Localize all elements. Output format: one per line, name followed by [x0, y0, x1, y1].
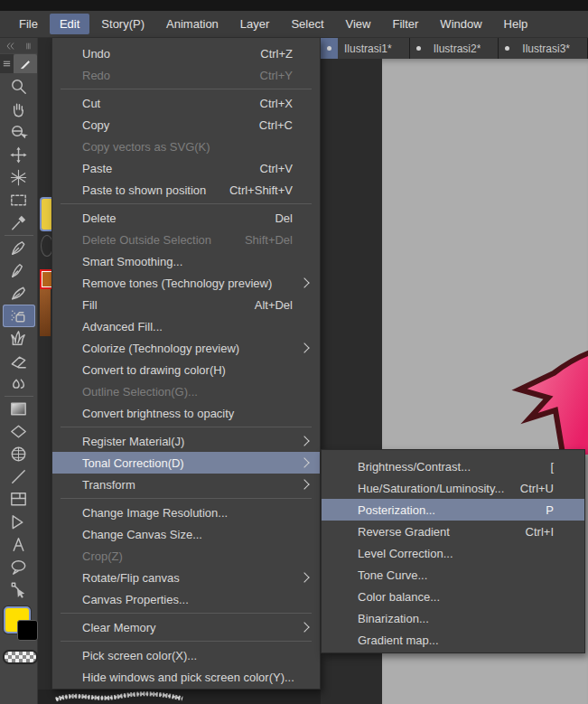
tool-object[interactable] [3, 578, 35, 601]
edit-menu-item-change-image-resolution[interactable]: Change Image Resolution... [52, 502, 320, 523]
menubar-item-window[interactable]: Window [430, 14, 491, 34]
sub-color-swatch[interactable] [17, 620, 38, 641]
menubar-item-animation[interactable]: Animation [156, 14, 229, 34]
menubar-item-select[interactable]: Select [281, 14, 333, 34]
panel-grip-icon[interactable] [23, 41, 33, 52]
menubar-item-filter[interactable]: Filter [382, 14, 428, 34]
document-tab-ilustrasi1[interactable]: Ilustrasi1* [321, 38, 410, 59]
tool-hand[interactable] [3, 99, 35, 121]
tab-label: Ilustrasi2* [427, 42, 481, 55]
tool-gradient[interactable] [3, 398, 35, 420]
edit-menu-item-undo[interactable]: UndoCtrl+Z [52, 42, 320, 64]
tool-frame-border[interactable] [3, 488, 35, 511]
tonal-submenu-item-binarization[interactable]: Binarization... [322, 607, 584, 629]
edit-menu-item-fill[interactable]: FillAlt+Del [52, 294, 320, 315]
tool-balloon[interactable] [3, 556, 35, 578]
figure-icon [8, 512, 29, 532]
decoration-icon [8, 328, 29, 349]
edit-menu-item-paste-to-shown-position[interactable]: Paste to shown positionCtrl+Shift+V [52, 179, 320, 201]
tool-zoom[interactable] [3, 76, 35, 99]
edit-menu-item-tonal-correction-d[interactable]: Tonal Correction(D) [52, 452, 320, 474]
tonal-submenu-item-level-correction[interactable]: Level Correction... [322, 542, 584, 564]
edit-menu-item-outline-selection-g: Outline Selection(G)... [52, 380, 320, 402]
tonal-submenu-item-color-balance[interactable]: Color balance... [322, 586, 584, 607]
tonal-submenu-item-tone-curve[interactable]: Tone Curve... [322, 564, 584, 586]
menu-item-shortcut: Ctrl+I [526, 525, 554, 539]
tool-blend[interactable] [3, 372, 35, 395]
edit-menu-item-rotate-flip-canvas[interactable]: Rotate/Flip canvas [52, 567, 320, 588]
background-panel [38, 690, 321, 704]
tool-tone[interactable] [3, 443, 35, 465]
tool-text[interactable] [3, 533, 35, 556]
frame-border-icon [8, 489, 29, 510]
menu-item-label: Redo [82, 69, 260, 82]
tool-eraser[interactable] [3, 350, 35, 372]
tone-icon [8, 444, 29, 465]
edit-menu-item-colorize-technology-preview[interactable]: Colorize (Technology preview) [52, 337, 320, 359]
edit-menu-item-canvas-properties[interactable]: Canvas Properties... [52, 588, 320, 610]
tool-brush[interactable] [3, 282, 35, 305]
menu-item-label: Tone Curve... [358, 568, 575, 582]
edit-menu-item-change-canvas-size[interactable]: Change Canvas Size... [52, 523, 320, 545]
menu-item-shortcut: Ctrl+C [259, 118, 293, 132]
edit-menu-item-convert-to-drawing-color-h[interactable]: Convert to drawing color(H) [52, 359, 320, 380]
edit-menu-item-cut[interactable]: CutCtrl+X [52, 92, 320, 114]
tool-figure[interactable] [3, 511, 35, 533]
edit-menu-item-delete[interactable]: DeleteDel [52, 207, 320, 229]
menubar-item-story-p[interactable]: Story(P) [91, 14, 154, 34]
tonal-submenu-item-posterization[interactable]: Posterization...P [322, 499, 584, 521]
tab-status-dot [499, 38, 516, 59]
edit-menu-item-register-material-j[interactable]: Register Material(J) [52, 430, 320, 452]
edit-menu-item-copy[interactable]: CopyCtrl+C [52, 114, 320, 136]
menu-item-label: Crop(Z) [82, 549, 311, 563]
edit-menu-item-paste[interactable]: PasteCtrl+V [52, 157, 320, 179]
tool-set-tab[interactable] [14, 54, 37, 73]
submenu-arrow-icon [299, 343, 309, 352]
transparent-color-swatch[interactable] [3, 650, 38, 664]
tool-palette-tabs [0, 54, 37, 73]
menubar-item-edit[interactable]: Edit [50, 14, 89, 34]
tool-marquee[interactable] [3, 189, 35, 211]
tool-menu-button[interactable] [0, 54, 14, 73]
menubar-item-help[interactable]: Help [494, 14, 538, 34]
document-tab-ilustrasi2[interactable]: Ilustrasi2* [410, 38, 499, 59]
edit-menu-item-convert-brightness-to-opacity[interactable]: Convert brightness to opacity [52, 402, 320, 424]
tool-airbrush[interactable] [3, 305, 35, 327]
gradient-icon [8, 399, 29, 419]
tonal-submenu-item-reverse-gradient[interactable]: Reverse GradientCtrl+I [322, 521, 584, 542]
tool-separator [5, 396, 33, 397]
collapse-chevrons-icon[interactable] [5, 41, 16, 52]
menu-item-label: Clear Memory [82, 621, 301, 634]
tonal-submenu-item-brightness-contrast[interactable]: Brightness/Contrast...[ [322, 455, 584, 477]
tonal-submenu-item-hue-saturation-luminosity[interactable]: Hue/Saturation/Luminosity...Ctrl+U [322, 477, 584, 499]
marquee-icon [8, 190, 29, 211]
edit-menu-item-clear-memory[interactable]: Clear Memory [52, 616, 320, 638]
menu-item-shortcut: Alt+Del [255, 298, 293, 312]
menu-item-label: Advanced Fill... [82, 320, 311, 333]
tab-status-dot [321, 38, 338, 59]
tool-line[interactable] [3, 465, 35, 488]
menu-item-label: Change Image Resolution... [82, 506, 311, 520]
document-tab-ilustrasi3[interactable]: Ilustrasi3* [499, 38, 588, 59]
edit-menu-item-smart-smoothing[interactable]: Smart Smoothing... [52, 250, 320, 272]
edit-menu-item-advanced-fill[interactable]: Advanced Fill... [52, 315, 320, 337]
tool-auto-select[interactable] [3, 166, 35, 189]
tool-move-layer[interactable] [3, 144, 35, 166]
tonal-submenu-item-gradient-map[interactable]: Gradient map... [322, 629, 584, 651]
unsaved-dot-icon [505, 46, 509, 51]
tool-eyedropper[interactable] [3, 211, 35, 234]
edit-menu-item-remove-tones-technology-preview[interactable]: Remove tones (Technology preview) [52, 272, 320, 294]
tool-rotate-canvas[interactable] [3, 121, 35, 144]
menubar-item-view[interactable]: View [336, 14, 381, 34]
menu-item-label: Hue/Saturation/Luminosity... [358, 482, 520, 495]
tool-pencil[interactable] [3, 259, 35, 282]
edit-menu-item-pick-screen-color-x[interactable]: Pick screen color(X)... [52, 644, 320, 666]
edit-menu-item-transform[interactable]: Transform [52, 474, 320, 495]
menubar-item-layer[interactable]: Layer [230, 14, 280, 34]
menu-item-label: Remove tones (Technology preview) [82, 277, 301, 290]
tool-fill[interactable] [3, 420, 35, 443]
tool-decoration[interactable] [3, 327, 35, 350]
tool-pen[interactable] [3, 237, 35, 259]
edit-menu-item-hide-windows-and-pick-screen-color-y[interactable]: Hide windows and pick screen color(Y)... [52, 666, 320, 688]
menubar-item-file[interactable]: File [9, 14, 48, 34]
